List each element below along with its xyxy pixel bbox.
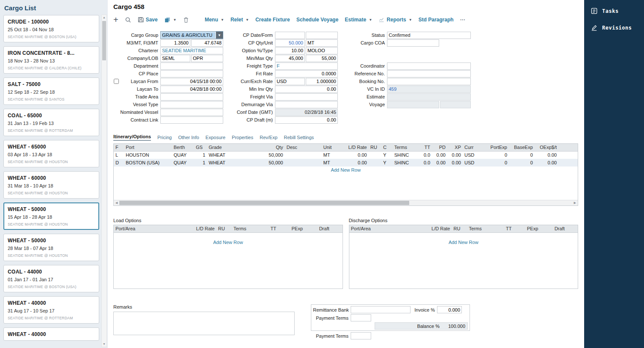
cell-oexp[interactable]: 0.00 [535,151,558,159]
cell-f[interactable]: L [114,151,124,159]
scrollbar-thumb[interactable] [119,201,409,205]
tab-other-info[interactable]: Other Info [178,135,199,141]
cargo-list-item-wheat-65000[interactable]: WHEAT - 65000 03 Apr 18 - 13 Apr 18 SEAT… [3,140,99,167]
cell-terms[interactable]: SHINC [393,159,417,167]
cargo-list-item-coal-44000[interactable]: COAL - 44000 01 Jan 17 - 01 Jan 17 SEATI… [3,265,99,292]
cell-qty[interactable]: 50,000 [252,151,285,159]
search-icon[interactable] [125,17,131,23]
cell-xp[interactable]: 0.00 [447,159,463,167]
cell-unit[interactable]: MT [322,151,341,159]
cell-tt[interactable]: 0.0 [417,151,432,159]
max-qty-field[interactable] [306,55,338,62]
laycan-checkbox[interactable] [114,79,119,84]
cargo-list-item-wheat-40000-partial[interactable]: WHEAT - 40000 [3,327,99,341]
scroll-up-arrow-icon[interactable]: ▲ [103,15,106,20]
cell-portexp[interactable]: 0 [481,159,509,167]
cell-xp[interactable]: 0.00 [447,151,463,159]
tab-itinerary-options[interactable]: Itinerary/Options [113,134,151,141]
lob-field[interactable] [191,55,223,62]
chevron-down-icon[interactable]: ▼ [216,32,223,39]
cargo-list-item-coal-65000[interactable]: COAL - 65000 31 Jan 13 - 19 Feb 13 SEATI… [3,109,99,136]
laycan-from-field[interactable] [160,78,223,85]
vessel-type-field[interactable] [160,101,223,108]
sidebar-scrollbar[interactable]: ▲ ▼ [101,15,107,347]
estimate-button[interactable]: Estimate ▼ [345,17,372,23]
cargo-group-select[interactable]: GRAINS & AGRICULTU ▼ [160,31,223,39]
schedule-voyage-button[interactable]: Schedule Voyage [296,17,338,23]
more-options-icon[interactable]: ⋯ [460,17,466,23]
vc-in-id-field[interactable]: 459 [387,86,471,93]
booking-no-field[interactable] [387,78,471,85]
cell-tt[interactable]: 0.0 [417,159,432,167]
freight-type-field[interactable]: F [275,62,338,70]
cargo-list-item-crude-100000[interactable]: CRUDE - 100000 25 Oct 18 - 04 Nov 18 SEA… [3,15,99,42]
department-field[interactable] [160,62,223,70]
cell-terms[interactable]: SHINC [393,151,417,159]
cargo-coa-field[interactable] [387,39,439,47]
coordinator-field[interactable] [387,62,471,70]
invoice-pct-field[interactable] [437,306,462,313]
company-field[interactable] [160,55,190,62]
cell-desc[interactable] [285,151,322,159]
cell-berth[interactable]: QUAY [172,159,194,167]
contract-link-field[interactable] [160,116,223,124]
cell-port[interactable]: BOSTON (USA) [124,159,172,167]
cell-ld-rate[interactable]: 0.00 [341,159,369,167]
cargo-list-item-wheat-40000[interactable]: WHEAT - 40000 31 Aug 17 - 10 Sep 17 SEAT… [3,296,99,324]
std-paragraph-button[interactable]: Std Paragraph [419,17,454,23]
charterer-field[interactable]: SEATIDE MARITIME [160,47,223,54]
cp-draft-field[interactable] [275,116,338,124]
frt-rate-field[interactable] [275,70,338,77]
remittance-bank-field[interactable] [351,306,411,313]
option-type-field[interactable] [306,47,338,54]
cell-ru[interactable] [369,151,381,159]
scroll-right-arrow-icon[interactable]: ▶ [572,201,578,205]
tab-properties[interactable]: Properties [232,135,253,141]
tab-pricing[interactable]: Pricing [157,135,172,141]
cell-f[interactable]: D [114,159,124,167]
cargo-list-item-wheat-60000[interactable]: WHEAT - 60000 31 Mar 18 - 10 Apr 18 SEAT… [3,171,99,199]
tab-rebill-settings[interactable]: Rebill Settings [284,135,314,141]
cell-port[interactable]: HOUSTON [124,151,172,159]
cell-baseexp[interactable]: 0 [509,159,535,167]
freight-via-field[interactable] [275,93,338,101]
m3mt-field[interactable] [160,39,190,47]
cell-c[interactable]: Y [381,159,393,167]
tab-rev-exp[interactable]: Rev/Exp [260,135,278,141]
scrollbar-thumb[interactable] [102,21,106,60]
cell-pd[interactable]: 0.00 [432,151,447,159]
cell-pd[interactable]: 0.00 [432,159,447,167]
cell-baseexp[interactable]: 0 [509,151,535,159]
cell-c[interactable]: Y [381,151,393,159]
exch-rate-field[interactable] [306,78,338,85]
nominated-vessel-field[interactable] [160,109,223,116]
cell-curr[interactable]: USD [463,151,481,159]
reference-no-field[interactable] [387,70,471,77]
create-fixture-button[interactable]: Create Fixture [255,17,290,23]
cell-ru[interactable] [369,159,381,167]
relet-button[interactable]: Relet ▼ [230,17,249,23]
scroll-down-arrow-icon[interactable]: ▼ [103,342,106,347]
load-options-add-new-row-link[interactable]: Add New Row [114,240,343,245]
min-qty-field[interactable] [275,55,305,62]
menu-button[interactable]: Menu ▼ [205,17,224,23]
currency-field[interactable] [275,78,305,85]
itinerary-add-new-row-link[interactable]: Add New Row [114,167,578,173]
cell-berth[interactable]: QUAY [172,151,194,159]
cell-curr[interactable]: USD [463,159,481,167]
delete-icon[interactable] [183,17,189,23]
cp-place-field[interactable] [160,70,223,77]
demurrage-via-field[interactable] [275,101,338,108]
payment-terms-field[interactable] [351,314,371,321]
cell-gs[interactable]: 1 [194,159,207,167]
cell-grade[interactable]: WHEAT [207,151,252,159]
cell-desc[interactable] [285,159,322,167]
cargo-list-item-salt-75000[interactable]: SALT - 75000 12 Sep 18 - 22 Sep 18 SEATI… [3,77,99,105]
cargo-list-item-wheat-50000-selected[interactable]: WHEAT - 50000 15 Apr 18 - 28 Apr 18 SEAT… [3,202,99,230]
cp-form-field[interactable] [306,32,338,39]
cargo-list-item-wheat-50000-b[interactable]: WHEAT - 50000 28 Mar 18 - 07 Apr 18 SEAT… [3,234,99,261]
ft3mt-field[interactable] [191,39,223,47]
cp-date-field[interactable] [275,32,305,39]
save-button[interactable]: Save [138,17,158,23]
cell-grade[interactable]: WHEAT [207,159,252,167]
